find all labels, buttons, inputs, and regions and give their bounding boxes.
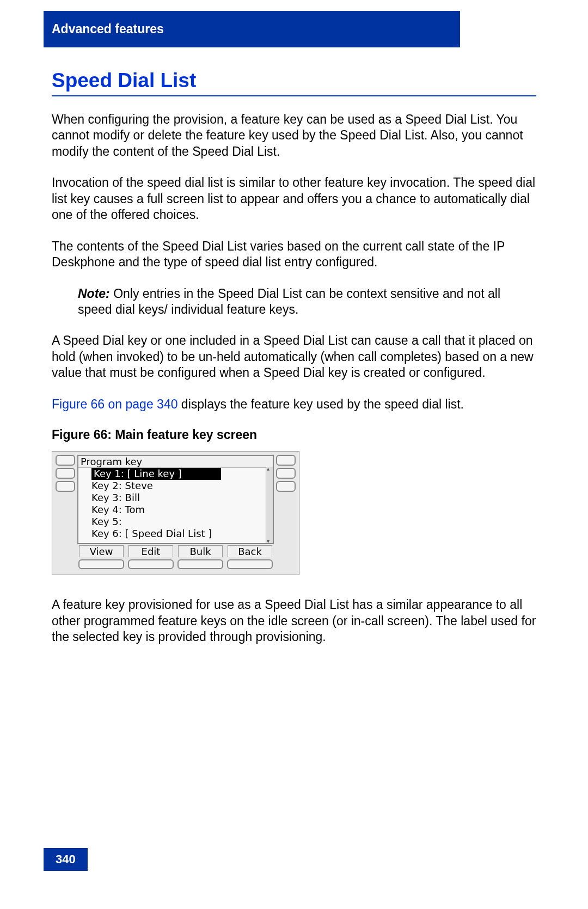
softkey-button xyxy=(177,559,223,569)
side-key xyxy=(276,455,296,466)
lcd-list-item: Key 3: Bill xyxy=(91,492,266,504)
lcd-list-item: Key 4: Tom xyxy=(91,504,266,516)
note-block: Note: Only entries in the Speed Dial Lis… xyxy=(78,286,536,318)
lcd-screenshot: Program key Key 1: [ Line key ] Key 2: S… xyxy=(52,451,299,575)
softkey-label-view: View xyxy=(79,545,124,557)
lcd-window-title: Program key xyxy=(78,456,273,468)
softkey-label-back: Back xyxy=(228,545,272,557)
chapter-header: Advanced features xyxy=(44,11,460,47)
side-key xyxy=(276,468,296,479)
paragraph-1: When configuring the provision, a featur… xyxy=(52,112,536,160)
softkey-label-edit: Edit xyxy=(128,545,173,557)
paragraph-6: A feature key provisioned for use as a S… xyxy=(52,597,536,645)
side-key xyxy=(56,481,75,492)
left-side-keys xyxy=(56,455,75,492)
scrollbar xyxy=(266,467,273,543)
paragraph-4: A Speed Dial key or one included in a Sp… xyxy=(52,333,536,381)
note-body: Only entries in the Speed Dial List can … xyxy=(78,286,500,316)
lcd-list-item: Key 6: [ Speed Dial List ] xyxy=(91,528,266,540)
softkey-button xyxy=(78,559,124,569)
section-title: Speed Dial List xyxy=(52,69,536,96)
lcd-window: Program key Key 1: [ Line key ] Key 2: S… xyxy=(77,455,274,544)
softkey-button xyxy=(227,559,273,569)
note-label: Note: xyxy=(78,286,110,301)
paragraph-3: The contents of the Speed Dial List vari… xyxy=(52,239,536,271)
right-side-keys xyxy=(276,455,296,492)
lcd-list: Key 1: [ Line key ] Key 2: Steve Key 3: … xyxy=(78,468,273,543)
paragraph-5-tail: displays the feature key used by the spe… xyxy=(177,397,463,411)
softkey-label-bulk: Bulk xyxy=(178,545,223,557)
figure-cross-reference[interactable]: Figure 66 on page 340 xyxy=(52,397,177,411)
side-key xyxy=(56,468,75,479)
lcd-list-item: Key 2: Steve xyxy=(91,480,266,492)
softkey-row: View Edit Bulk Back xyxy=(56,545,296,569)
side-key xyxy=(56,455,75,466)
paragraph-5: Figure 66 on page 340 displays the featu… xyxy=(52,396,536,412)
lcd-list-item-selected: Key 1: [ Line key ] xyxy=(91,468,221,480)
paragraph-2: Invocation of the speed dial list is sim… xyxy=(52,175,536,223)
lcd-list-item: Key 5: xyxy=(91,516,266,528)
page-number: 340 xyxy=(44,848,88,871)
figure-caption: Figure 66: Main feature key screen xyxy=(52,428,536,442)
side-key xyxy=(276,481,296,492)
softkey-button xyxy=(128,559,174,569)
